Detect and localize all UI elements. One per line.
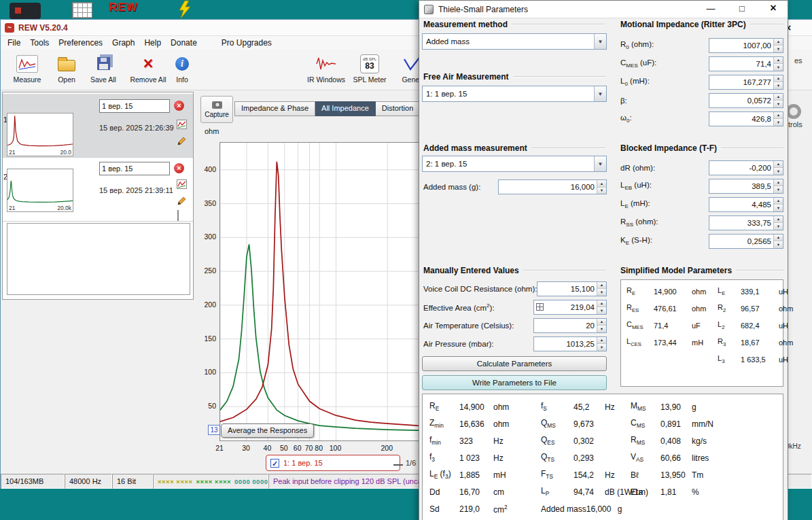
calculate-parameters-button[interactable]: Calculate Parameters	[422, 356, 607, 371]
spin-up-icon[interactable]: ▲	[774, 216, 783, 224]
ir-windows-button[interactable]: IR Windows	[304, 52, 349, 85]
spin-up-icon[interactable]: ▲	[774, 235, 783, 242]
write-parameters-button[interactable]: Write Parameters to File	[422, 375, 607, 390]
value-input[interactable]: 219,04▲▼	[533, 300, 607, 315]
measurement-item[interactable]: 2 21 20.0k 1 вер. 15 × 15 вер. 2025 21:3…	[3, 158, 193, 222]
axis-limit-box[interactable]: 13	[208, 425, 220, 435]
spinner-buttons[interactable]: ▲▼	[773, 39, 783, 52]
spin-down-icon[interactable]: ▼	[774, 82, 783, 89]
spin-down-icon[interactable]: ▼	[597, 289, 606, 296]
value-input[interactable]: 167,277▲▼	[709, 75, 783, 90]
chevron-down-icon[interactable]: ▼	[594, 86, 606, 101]
value-input[interactable]: 389,5▲▼	[709, 179, 783, 194]
spinner-buttons[interactable]: ▲▼	[597, 319, 606, 332]
desktop-rew-shortcut[interactable]: REW	[109, 1, 138, 14]
spinner-buttons[interactable]: ▲ ▼	[597, 180, 606, 194]
gear-icon[interactable]	[786, 104, 801, 119]
spinner-buttons[interactable]: ▲▼	[773, 57, 783, 71]
spinner-buttons[interactable]: ▲▼	[773, 179, 783, 193]
spinner-buttons[interactable]: ▲▼	[597, 337, 606, 351]
spin-down-icon[interactable]: ▼	[597, 307, 606, 314]
notes-box[interactable]	[7, 223, 190, 295]
free-air-measurement-select[interactable]: 1: 1 вер. 15 ▼	[422, 86, 607, 102]
close-icon[interactable]: ×	[767, 2, 779, 14]
notes-icon[interactable]	[177, 211, 179, 220]
value-input[interactable]: -0,200▲▼	[709, 160, 783, 175]
remove-all-button[interactable]: × Remove All	[126, 52, 171, 85]
minimize-icon[interactable]: —	[705, 3, 717, 14]
menu-help[interactable]: Help	[144, 38, 161, 48]
value-input[interactable]: 426,8▲▼	[709, 111, 783, 126]
spin-down-icon[interactable]: ▼	[774, 119, 783, 126]
spin-up-icon[interactable]: ▲	[774, 198, 783, 205]
spin-down-icon[interactable]: ▼	[774, 223, 783, 230]
menu-file[interactable]: File	[7, 38, 20, 48]
value-input[interactable]: 1013,25▲▼	[533, 336, 607, 351]
spin-up-icon[interactable]: ▲	[774, 112, 783, 120]
legend-checkbox[interactable]: ✓	[270, 459, 279, 468]
spin-up-icon[interactable]: ▲	[597, 319, 606, 326]
tab-all-impedance[interactable]: All Impedance	[315, 101, 376, 116]
spin-up-icon[interactable]: ▲	[774, 94, 783, 101]
value-input[interactable]: 1007,00▲▼	[709, 38, 783, 53]
delete-measurement-button[interactable]: ×	[174, 101, 184, 111]
spl-meter-button[interactable]: dB SPL83 SPL Meter	[349, 52, 391, 85]
measure-button[interactable]: Measure	[7, 52, 47, 85]
spin-down-icon[interactable]: ▼	[774, 64, 783, 71]
spin-up-icon[interactable]: ▲	[597, 300, 606, 308]
spinner-buttons[interactable]: ▲▼	[773, 216, 783, 230]
spin-up-icon[interactable]: ▲	[774, 57, 783, 65]
measurement-chart-icon[interactable]	[177, 120, 187, 129]
measurement-thumbnail[interactable]: 21 20.0k	[7, 169, 73, 212]
measurement-name-input[interactable]: 1 вер. 15	[99, 99, 170, 113]
menu-donate[interactable]: Donate	[171, 38, 197, 48]
spin-down-icon[interactable]: ▼	[774, 205, 783, 211]
spin-down-icon[interactable]: ▼	[774, 46, 783, 52]
desktop-icon[interactable]	[10, 3, 41, 19]
capture-button[interactable]: Capture	[200, 96, 233, 123]
spin-up-icon[interactable]: ▲	[597, 282, 606, 290]
spinner-buttons[interactable]: ▲▼	[773, 161, 783, 175]
spin-up-icon[interactable]: ▲	[774, 75, 783, 83]
spin-up-icon[interactable]: ▲	[597, 337, 606, 345]
spin-down-icon[interactable]: ▼	[774, 101, 783, 107]
value-input[interactable]: 4,485▲▼	[709, 197, 783, 212]
value-input[interactable]: 0,0572▲▼	[709, 93, 783, 108]
value-input[interactable]: 20▲▼	[533, 318, 607, 333]
measurement-name-input[interactable]: 1 вер. 15	[99, 162, 170, 175]
open-button[interactable]: Open	[47, 52, 86, 85]
spin-up-icon[interactable]: ▲	[774, 39, 783, 46]
lightning-icon[interactable]	[178, 1, 192, 19]
menu-preferences[interactable]: Preferences	[58, 38, 103, 48]
delete-measurement-button[interactable]: ×	[174, 163, 184, 173]
spin-up-icon[interactable]: ▲	[597, 180, 606, 188]
added-mass-input[interactable]: 16,000 ▲ ▼	[498, 179, 607, 194]
spin-up-icon[interactable]: ▲	[774, 161, 783, 169]
menu-graph[interactable]: Graph	[112, 38, 135, 48]
chevron-down-icon[interactable]: ▼	[594, 34, 606, 49]
spin-down-icon[interactable]: ▼	[774, 168, 783, 175]
spinner-buttons[interactable]: ▲▼	[773, 198, 783, 211]
spin-down-icon[interactable]: ▼	[774, 186, 783, 193]
slider-handle[interactable]	[393, 464, 403, 466]
measurement-method-select[interactable]: Added mass ▼	[422, 33, 607, 50]
spinner-buttons[interactable]: ▲▼	[773, 94, 783, 107]
tab-distortion[interactable]: Distortion	[376, 101, 420, 116]
spinner-buttons[interactable]: ▲▼	[773, 235, 783, 248]
spin-down-icon[interactable]: ▼	[597, 188, 606, 194]
edit-pencil-icon[interactable]	[177, 136, 187, 146]
measurement-chart-icon[interactable]	[177, 179, 187, 189]
spin-down-icon[interactable]: ▼	[597, 326, 606, 332]
spinner-buttons[interactable]: ▲▼	[773, 112, 783, 126]
spin-up-icon[interactable]: ▲	[774, 179, 783, 187]
average-responses-button[interactable]: Average the Responses	[221, 423, 314, 438]
spinner-buttons[interactable]: ▲▼	[773, 75, 783, 89]
info-button[interactable]: i Info	[169, 52, 195, 85]
value-input[interactable]: 71,4▲▼	[709, 56, 783, 71]
value-input[interactable]: 333,75▲▼	[709, 215, 783, 230]
menu-pro-upgrades[interactable]: Pro Upgrades	[222, 38, 272, 48]
value-input[interactable]: 15,100▲▼	[537, 281, 607, 296]
menu-tools[interactable]: Tools	[30, 38, 49, 48]
spin-down-icon[interactable]: ▼	[597, 344, 606, 351]
desktop-grid-icon[interactable]	[72, 2, 92, 18]
